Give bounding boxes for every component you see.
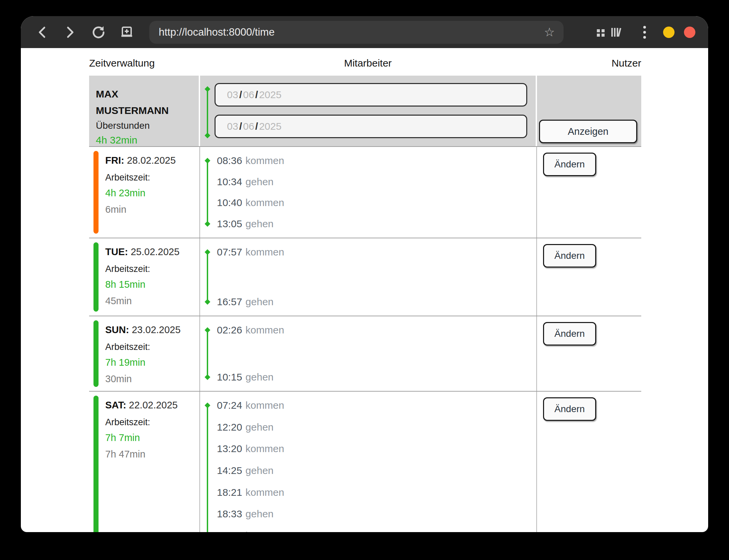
date-label: 22.02.2025	[129, 400, 178, 410]
time-entry: 10:40kommen	[217, 197, 536, 208]
minimize-button[interactable]	[663, 27, 675, 38]
entry-time: 10:15	[217, 371, 242, 383]
entry-type: kommen	[245, 246, 284, 257]
time-entry: 21:34kommen	[217, 530, 536, 532]
status-bar	[93, 242, 99, 312]
entry-type: gehen	[245, 218, 273, 229]
entry-time: 14:25	[217, 465, 242, 476]
entry-type: gehen	[245, 371, 273, 383]
change-button[interactable]: Ändern	[543, 244, 596, 268]
entry-time: 16:57	[217, 296, 242, 307]
timeline-diamond-bottom	[205, 299, 210, 305]
entry-time: 10:40	[217, 197, 242, 208]
date-label: 23.02.2025	[132, 324, 181, 335]
date-segment: 06	[243, 89, 254, 101]
browser-toolbar: http://localhost:8000/time ☆	[21, 16, 708, 48]
worktime-label: Arbeitszeit:	[105, 263, 199, 275]
forward-icon[interactable]	[63, 25, 78, 40]
employee-summary: MAX MUSTERMANN Überstunden 4h 32min	[89, 76, 199, 146]
time-entry: 18:21kommen	[217, 487, 536, 498]
employee-name-line2: MUSTERMANN	[96, 102, 199, 119]
menu-kebab-icon[interactable]	[637, 25, 652, 40]
grid-icon[interactable]	[593, 25, 609, 40]
change-button[interactable]: Ändern	[543, 397, 596, 421]
timeline-line	[207, 161, 208, 224]
nav-mitarbeiter[interactable]: Mitarbeiter	[199, 57, 536, 69]
time-entry: 13:05gehen	[217, 218, 536, 230]
employee-name-line1: MAX	[96, 86, 199, 102]
date-to-input[interactable]: 03/06/2025	[215, 115, 527, 138]
date-segment: 06	[243, 121, 254, 132]
entry-time: 18:33	[217, 508, 242, 519]
entry-type: gehen	[245, 465, 273, 476]
date-segment: 03	[227, 121, 238, 132]
day-label: SAT:	[105, 400, 126, 410]
change-button[interactable]: Ändern	[543, 153, 596, 176]
time-entry: 13:20kommen	[217, 443, 536, 454]
date-separator: /	[239, 121, 242, 132]
pause-value: 30min	[105, 373, 199, 385]
worktime-value: 7h 19min	[105, 357, 199, 368]
timeline-diamond-top	[205, 249, 210, 255]
time-entry: 07:57kommen	[217, 246, 536, 258]
url-bar[interactable]: http://localhost:8000/time ☆	[149, 21, 564, 44]
date-segment: 03	[227, 89, 238, 101]
change-button[interactable]: Ändern	[543, 322, 596, 346]
status-bar	[93, 151, 99, 234]
entry-time: 07:57	[217, 246, 242, 257]
close-button[interactable]	[684, 27, 695, 38]
timeline-line	[207, 252, 208, 302]
back-icon[interactable]	[34, 25, 50, 40]
date-separator: /	[239, 89, 242, 101]
bookmark-star-icon[interactable]: ☆	[544, 26, 555, 38]
time-entry: 02:26kommen	[217, 324, 536, 336]
worktime-label: Arbeitszeit:	[105, 172, 199, 183]
show-button[interactable]: Anzeigen	[539, 120, 637, 143]
time-entry: 18:33gehen	[217, 508, 536, 520]
date-separator: /	[255, 121, 258, 132]
entry-type: gehen	[245, 296, 273, 307]
timeline-diamond-bottom	[205, 133, 210, 138]
date-from-input[interactable]: 03/06/2025	[215, 83, 527, 107]
row-action-cell: Ändern	[536, 147, 641, 238]
pause-value: 45min	[105, 295, 199, 307]
row-action-cell: Ändern	[536, 392, 641, 532]
date-range-cell: 03/06/2025 03/06/2025	[200, 76, 536, 146]
day-label: FRI:	[105, 155, 124, 166]
nav-nutzer[interactable]: Nutzer	[536, 57, 641, 69]
date-segment: 2025	[259, 121, 281, 132]
time-entry: 14:25gehen	[217, 465, 536, 476]
rows: FRI: 28.02.2025 Arbeitszeit: 4h 23min 6m…	[89, 146, 641, 532]
reload-icon[interactable]	[91, 25, 106, 40]
pause-value: 6min	[105, 204, 199, 215]
timeline-cell: 07:24kommen12:20gehen13:20kommen14:25geh…	[199, 392, 536, 532]
day-label: TUE:	[105, 246, 128, 257]
entry-type: kommen	[245, 197, 284, 208]
table-header: MAX MUSTERMANN Überstunden 4h 32min 03/0…	[89, 76, 641, 146]
date-segment: 2025	[259, 89, 281, 101]
worktime-label: Arbeitszeit:	[105, 416, 199, 428]
new-tab-icon[interactable]	[119, 25, 135, 40]
header-action-cell: Anzeigen	[537, 76, 641, 146]
date-separator: /	[255, 89, 258, 101]
entry-time: 07:24	[217, 400, 242, 411]
browser-window: http://localhost:8000/time ☆	[21, 16, 708, 532]
entry-type: gehen	[245, 508, 273, 519]
entry-time: 12:20	[217, 422, 242, 433]
worktime-label: Arbeitszeit:	[105, 341, 199, 353]
url-text: http://localhost:8000/time	[159, 26, 275, 38]
entry-time: 13:05	[217, 218, 242, 229]
time-entry: 10:15gehen	[217, 371, 536, 383]
row-action-cell: Ändern	[536, 238, 641, 316]
row-action-cell: Ändern	[536, 316, 641, 391]
main-nav: Zeitverwaltung Mitarbeiter Nutzer	[89, 55, 641, 72]
nav-zeitverwaltung[interactable]: Zeitverwaltung	[89, 57, 199, 69]
library-icon[interactable]	[609, 25, 624, 40]
timeline-diamond-top	[205, 327, 210, 333]
day-summary-cell: TUE: 25.02.2025 Arbeitszeit: 8h 15min 45…	[89, 238, 199, 316]
timeline-diamond-top	[205, 158, 210, 164]
entry-time: 10:34	[217, 176, 242, 187]
entry-type: kommen	[245, 155, 284, 166]
pause-value: 7h 47min	[105, 448, 199, 460]
worktime-value: 4h 23min	[105, 187, 199, 199]
